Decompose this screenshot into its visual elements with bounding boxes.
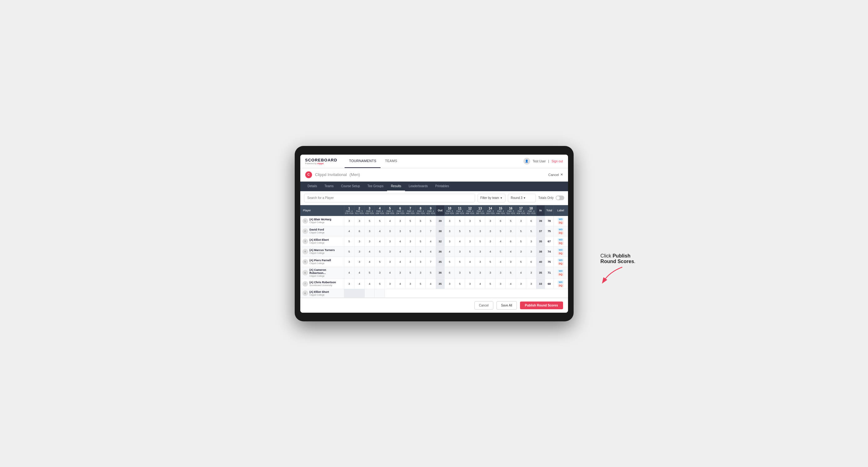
score-cell[interactable]: 3 — [365, 236, 375, 246]
score-cell[interactable]: 5 — [415, 279, 426, 289]
score-cell[interactable]: 4 — [344, 267, 354, 279]
save-all-button[interactable]: Save All — [496, 301, 517, 310]
score-cell[interactable]: 4 — [496, 257, 506, 267]
score-cell[interactable]: 3 — [385, 226, 395, 236]
score-cell[interactable]: 3 — [415, 226, 426, 236]
score-cell[interactable]: 3 — [526, 267, 536, 279]
score-cell[interactable]: 5 — [405, 216, 415, 226]
score-cell[interactable]: 3 — [444, 226, 455, 236]
score-cell[interactable]: 3 — [354, 257, 365, 267]
score-cell[interactable]: 4 — [426, 279, 436, 289]
score-cell[interactable]: 3 — [385, 257, 395, 267]
score-cell[interactable]: 5 — [426, 267, 436, 279]
score-cell[interactable]: 5 — [506, 267, 516, 279]
score-cell[interactable]: 3 — [344, 216, 354, 226]
score-cell[interactable]: 3 — [395, 216, 405, 226]
score-cell[interactable]: 4 — [455, 236, 465, 246]
score-cell[interactable]: 4 — [426, 236, 436, 246]
score-cell[interactable]: 7 — [426, 226, 436, 236]
score-cell[interactable]: 3 — [354, 236, 365, 246]
score-cell[interactable]: 4 — [426, 246, 436, 257]
tab-leaderboards[interactable]: Leaderboards — [405, 182, 432, 191]
score-cell[interactable]: 5 — [455, 226, 465, 236]
score-cell[interactable]: 4 — [506, 246, 516, 257]
score-cell[interactable]: 5 — [405, 267, 415, 279]
score-cell[interactable]: 3 — [344, 279, 354, 289]
score-cell[interactable]: 3 — [516, 216, 526, 226]
score-cell[interactable]: 4 — [395, 236, 405, 246]
score-cell[interactable]: 4 — [496, 236, 506, 246]
score-cell[interactable]: 5 — [485, 257, 496, 267]
score-cell[interactable]: 3 — [415, 267, 426, 279]
score-cell[interactable]: 6 — [415, 216, 426, 226]
score-cell[interactable]: 5 — [475, 236, 485, 246]
score-cell[interactable]: 3 — [444, 236, 455, 246]
score-cell[interactable]: 5 — [496, 226, 506, 236]
score-cell[interactable]: 4 — [354, 279, 365, 289]
cancel-tournament-button[interactable]: Cancel ✕ — [548, 173, 563, 177]
score-cell[interactable]: 5 — [516, 226, 526, 236]
score-cell[interactable]: 6 — [526, 216, 536, 226]
score-cell[interactable]: 3 — [485, 236, 496, 246]
score-cell[interactable]: 3 — [395, 226, 405, 236]
score-cell[interactable]: 3 — [516, 246, 526, 257]
publish-round-scores-button[interactable]: Publish Round Scores — [520, 302, 563, 309]
score-cell[interactable]: 5 — [375, 279, 385, 289]
score-cell[interactable]: 3 — [375, 267, 385, 279]
score-cell[interactable]: 5 — [375, 216, 385, 226]
score-cell[interactable]: 3 — [465, 279, 475, 289]
footer-cancel-button[interactable]: Cancel — [474, 301, 493, 310]
score-cell[interactable]: 5 — [415, 236, 426, 246]
score-cell[interactable]: 4 — [444, 246, 455, 257]
score-cell[interactable]: 6 — [354, 226, 365, 236]
score-cell[interactable]: 4 — [354, 267, 365, 279]
score-cell[interactable]: 5 — [415, 246, 426, 257]
score-cell[interactable]: 4 — [385, 267, 395, 279]
score-cell[interactable]: 3 — [506, 257, 516, 267]
score-cell[interactable]: 3 — [385, 279, 395, 289]
score-cell[interactable]: 5 — [426, 216, 436, 226]
nav-tournaments[interactable]: TOURNAMENTS — [345, 155, 380, 168]
score-cell[interactable]: 3 — [526, 279, 536, 289]
score-cell[interactable]: 4 — [516, 267, 526, 279]
score-cell[interactable]: 5 — [375, 257, 385, 267]
tab-teams[interactable]: Teams — [321, 182, 337, 191]
score-cell[interactable]: 3 — [475, 257, 485, 267]
filter-by-team-select[interactable]: Filter by team ▾ — [477, 194, 505, 203]
toggle-switch[interactable] — [556, 195, 564, 200]
score-cell[interactable]: 4 — [365, 279, 375, 289]
score-cell[interactable]: 3 — [475, 226, 485, 236]
score-cell[interactable]: 4 — [475, 279, 485, 289]
score-cell[interactable]: 3 — [455, 267, 465, 279]
score-cell[interactable]: 3 — [465, 236, 475, 246]
score-cell[interactable]: 3 — [465, 216, 475, 226]
score-cell[interactable]: 5 — [506, 216, 516, 226]
score-cell[interactable]: 4 — [465, 257, 475, 267]
score-cell[interactable]: 4 — [485, 246, 496, 257]
score-cell[interactable]: 5 — [465, 267, 475, 279]
score-cell[interactable]: 6 — [506, 236, 516, 246]
tab-tee-groups[interactable]: Tee Groups — [364, 182, 388, 191]
sign-out-link[interactable]: Sign out — [552, 160, 563, 163]
search-input[interactable] — [304, 194, 475, 203]
score-cell[interactable]: 3 — [405, 257, 415, 267]
score-cell[interactable]: 5 — [405, 226, 415, 236]
tab-printables[interactable]: Printables — [431, 182, 453, 191]
score-cell[interactable]: 3 — [485, 267, 496, 279]
score-cell[interactable]: 5 — [344, 236, 354, 246]
score-cell[interactable]: 3 — [415, 257, 426, 267]
score-cell[interactable]: 5 — [365, 216, 375, 226]
score-cell[interactable]: 3 — [516, 279, 526, 289]
score-cell[interactable]: 5 — [465, 226, 475, 236]
score-cell[interactable]: 4 — [506, 279, 516, 289]
score-cell[interactable]: 3 — [385, 246, 395, 257]
score-cell[interactable]: 5 — [375, 246, 385, 257]
score-cell[interactable]: 3 — [526, 246, 536, 257]
score-cell[interactable]: 3 — [354, 216, 365, 226]
score-cell[interactable]: 5 — [516, 257, 526, 267]
score-cell[interactable]: 6 — [444, 267, 455, 279]
score-cell[interactable]: 3 — [395, 267, 405, 279]
score-cell[interactable]: 4 — [344, 226, 354, 236]
score-cell[interactable]: 4 — [375, 226, 385, 236]
tab-results[interactable]: Results — [387, 182, 405, 191]
